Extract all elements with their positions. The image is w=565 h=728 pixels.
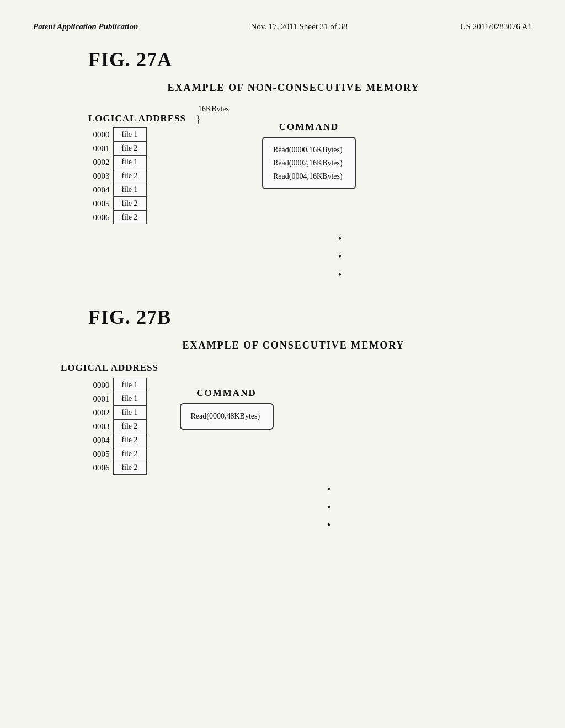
fig27a-heading: EXAMPLE OF NON-CONSECUTIVE MEMORY [55, 82, 532, 94]
fig27b-heading: EXAMPLE OF CONSECUTIVE MEMORY [55, 340, 532, 351]
header-date-sheet: Nov. 17, 2011 Sheet 31 of 38 [250, 22, 347, 31]
command-line: Read(0000,16KBytes) [273, 143, 345, 157]
fig27a-address-table: 0000file 10001file 20002file 10003file 2… [88, 127, 147, 224]
command-line: Read(0002,16KBytes) [273, 157, 345, 170]
fig27a-command-box: Read(0000,16KBytes)Read(0002,16KBytes)Re… [262, 137, 356, 189]
table-row: 0002file 1 [88, 406, 146, 420]
fig27b-command-block: COMMAND Read(0000,48KBytes) [180, 388, 274, 430]
fig27a-address-block: LOGICAL ADDRESS 16KBytes } 0000file 1000… [88, 105, 229, 224]
address-cell: 0006 [88, 211, 113, 224]
fig27a-diagram: LOGICAL ADDRESS 16KBytes } 0000file 1000… [55, 105, 532, 224]
header-publication-label: Patent Application Publication [33, 22, 138, 31]
fig27a-size-label: 16KBytes [198, 105, 229, 114]
file-cell: file 1 [113, 392, 146, 406]
table-row: 0005file 2 [88, 197, 146, 211]
fig27b-address-block: 0000file 10001file 10002file 10003file 2… [88, 377, 147, 475]
table-row: 0000file 1 [88, 128, 146, 142]
file-cell: file 2 [113, 169, 146, 183]
command-line: Read(0000,48KBytes) [191, 410, 263, 423]
address-cell: 0001 [88, 142, 113, 156]
page: Patent Application Publication Nov. 17, … [0, 0, 565, 728]
fig27b-command-label: COMMAND [196, 388, 256, 399]
table-row: 0005file 2 [88, 447, 146, 461]
address-cell: 0000 [88, 378, 113, 392]
table-row: 0003file 2 [88, 420, 146, 433]
table-row: 0001file 2 [88, 142, 146, 156]
fig27b-address-table: 0000file 10001file 10002file 10003file 2… [88, 378, 147, 475]
fig27a-command-block: COMMAND Read(0000,16KBytes)Read(0002,16K… [262, 121, 356, 189]
fig27b-logical-address-label: LOGICAL ADDRESS [61, 362, 158, 373]
fig27a-command-label: COMMAND [279, 121, 339, 132]
address-cell: 0003 [88, 420, 113, 433]
table-row: 0006file 2 [88, 211, 146, 224]
file-cell: file 1 [113, 406, 146, 420]
table-row: 0001file 1 [88, 392, 146, 406]
file-cell: file 2 [113, 142, 146, 156]
file-cell: file 2 [113, 211, 146, 224]
table-row: 0004file 2 [88, 433, 146, 447]
file-cell: file 2 [113, 420, 146, 433]
file-cell: file 2 [113, 447, 146, 461]
file-cell: file 1 [113, 156, 146, 169]
fig27a-section: FIG. 27A EXAMPLE OF NON-CONSECUTIVE MEMO… [33, 48, 532, 283]
address-cell: 0004 [88, 183, 113, 197]
fig27b-section: FIG. 27B EXAMPLE OF CONSECUTIVE MEMORY L… [33, 306, 532, 534]
table-row: 0003file 2 [88, 169, 146, 183]
file-cell: file 2 [113, 461, 146, 475]
table-row: 0000file 1 [88, 378, 146, 392]
address-cell: 0001 [88, 392, 113, 406]
fig27a-title: FIG. 27A [88, 48, 532, 71]
file-cell: file 1 [113, 128, 146, 142]
address-cell: 0000 [88, 128, 113, 142]
header-patent-number: US 2011/0283076 A1 [460, 22, 532, 31]
table-row: 0006file 2 [88, 461, 146, 475]
page-header: Patent Application Publication Nov. 17, … [33, 22, 532, 31]
address-cell: 0004 [88, 433, 113, 447]
file-cell: file 1 [113, 378, 146, 392]
file-cell: file 2 [113, 197, 146, 211]
file-cell: file 1 [113, 183, 146, 197]
fig27b-diagram: 0000file 10001file 10002file 10003file 2… [55, 377, 532, 475]
file-cell: file 2 [113, 433, 146, 447]
address-cell: 0005 [88, 197, 113, 211]
command-line: Read(0004,16KBytes) [273, 170, 345, 183]
address-cell: 0002 [88, 406, 113, 420]
fig27a-dots: ••• [55, 230, 532, 283]
address-cell: 0005 [88, 447, 113, 461]
fig27a-logical-address-label: LOGICAL ADDRESS [88, 113, 186, 124]
fig27b-dots: ••• [55, 480, 532, 534]
table-row: 0002file 1 [88, 156, 146, 169]
table-row: 0004file 1 [88, 183, 146, 197]
address-cell: 0002 [88, 156, 113, 169]
fig27b-command-box: Read(0000,48KBytes) [180, 403, 274, 430]
address-cell: 0006 [88, 461, 113, 475]
address-cell: 0003 [88, 169, 113, 183]
fig27b-title: FIG. 27B [88, 306, 532, 329]
